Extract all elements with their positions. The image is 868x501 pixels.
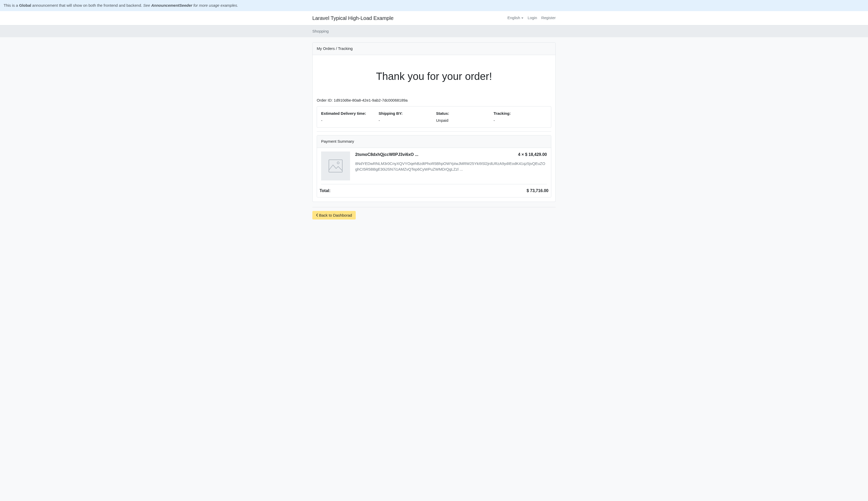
login-link[interactable]: Login — [528, 15, 537, 21]
language-label: English — [507, 15, 520, 21]
navbar: Laravel Typical High-Load Example Englis… — [0, 11, 868, 25]
announcement-mid: announcement that will show on both the … — [31, 3, 143, 8]
status-label: Status: — [436, 111, 490, 117]
status-col: Status: Unpaid — [436, 111, 490, 123]
delivery-label: Estimated Delivery time: — [321, 111, 375, 117]
announcement-em: See AnnouncementSeeder for more usage ex… — [143, 3, 238, 8]
status-value: Unpaid — [436, 118, 490, 124]
svg-point-1 — [337, 162, 339, 164]
product-thumbnail — [321, 151, 350, 180]
language-dropdown[interactable]: English — [507, 15, 524, 21]
item-title: 2tsmoC8dxhQjccW0PJ3vi6xO ... — [355, 151, 418, 158]
tracking-col: Tracking: - — [494, 111, 547, 123]
total-label: Total: — [320, 188, 330, 194]
shipping-value: - — [379, 118, 432, 124]
order-id: Order ID: 1d910d6e-80a8-42e1-9ab2-7dc000… — [317, 97, 551, 104]
page-divider — [312, 207, 556, 207]
payment-summary-card: Payment Summary 2tsmoC8dxhQjccW0PJ3vi — [317, 135, 551, 198]
shopping-link[interactable]: Shopping — [312, 29, 329, 33]
tracking-value: - — [494, 118, 547, 124]
item-price: 4 × $ 18,429.00 — [518, 151, 547, 158]
order-card: My Orders / Tracking Thank you for your … — [312, 42, 556, 202]
shipping-col: Shipping BY: - — [379, 111, 432, 123]
total-row: Total: $ 73,716.00 — [317, 184, 551, 197]
line-item: 2tsmoC8dxhQjccW0PJ3vi6xO ... 4 × $ 18,42… — [317, 148, 551, 184]
chevron-left-icon — [316, 213, 318, 217]
delivery-value: - — [321, 118, 375, 124]
announcement-bold: Global — [19, 3, 31, 8]
announcement-text: This is a — [4, 3, 19, 8]
shipping-label: Shipping BY: — [379, 111, 432, 117]
svg-rect-0 — [329, 160, 342, 172]
register-link[interactable]: Register — [541, 15, 556, 21]
nav-right: English Login Register — [507, 15, 556, 21]
secondary-nav: Shopping — [0, 25, 868, 38]
delivery-col: Estimated Delivery time: - — [321, 111, 375, 123]
caret-down-icon — [521, 18, 524, 19]
image-placeholder-icon — [328, 159, 343, 173]
back-button-label: Back to Dashborad — [319, 213, 352, 217]
brand[interactable]: Laravel Typical High-Load Example — [312, 14, 394, 22]
back-to-dashboard-button[interactable]: Back to Dashborad — [312, 211, 356, 220]
payment-header: Payment Summary — [317, 136, 551, 148]
announcement-banner: This is a Global announcement that will … — [0, 0, 868, 11]
thank-you-heading: Thank you for your order! — [317, 68, 551, 84]
item-description: 8NdYEDwRNLM3r0CnyXQVYOqehBzdtPhoR5BhpOWY… — [355, 161, 547, 172]
total-value: $ 73,716.00 — [527, 188, 548, 194]
order-info-box: Estimated Delivery time: - Shipping BY: … — [317, 106, 551, 128]
card-header: My Orders / Tracking — [312, 43, 556, 55]
tracking-label: Tracking: — [494, 111, 547, 117]
